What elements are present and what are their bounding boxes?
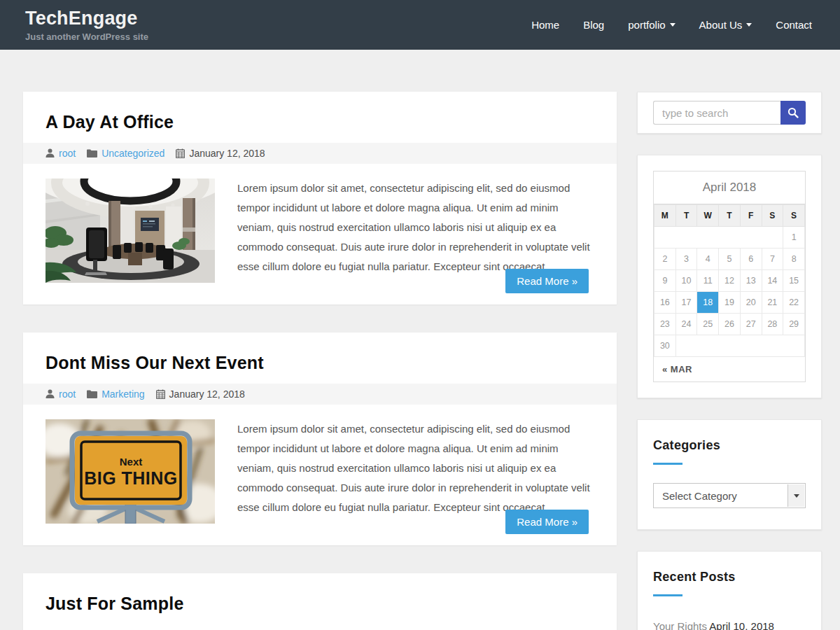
- main-nav: Home Blog portfolio About Us Contact: [507, 19, 812, 31]
- site-tagline: Just another WordPress site: [25, 32, 148, 41]
- calendar-icon: [156, 389, 165, 399]
- calendar-day: 10: [676, 270, 697, 292]
- calendar-day: 3: [676, 248, 697, 270]
- recent-post-date: April 10, 2018: [709, 620, 774, 630]
- author-icon: [46, 389, 55, 399]
- recent-posts-heading: Recent Posts: [653, 570, 806, 584]
- calendar-day: 9: [654, 270, 676, 292]
- page-container: A Day At Office root Uncategorized: [0, 50, 840, 630]
- categories-widget: Categories Select Category: [637, 419, 822, 530]
- caret-down-icon: [746, 23, 752, 27]
- select-arrow-icon: [788, 484, 804, 507]
- calendar-day: 26: [719, 314, 741, 335]
- caret-down-icon: [670, 23, 676, 27]
- calendar-day: 7: [762, 248, 783, 270]
- calendar-day: 29: [783, 314, 805, 335]
- site-brand[interactable]: TechEngage Just another WordPress site: [25, 9, 148, 41]
- read-more-button[interactable]: Read More »: [505, 269, 589, 293]
- author-icon: [46, 148, 55, 158]
- folder-icon: [87, 149, 97, 158]
- calendar-day: 6: [740, 248, 762, 270]
- calendar-day: 2: [654, 248, 676, 270]
- calendar-empty-cell: [676, 335, 804, 357]
- post-excerpt: Lorem ipsum dolor sit amet, consectetur …: [237, 178, 594, 283]
- calendar-footer: « MAR: [654, 357, 805, 382]
- recent-post-item: Your Rights April 10, 2018: [653, 606, 806, 630]
- nav-item-contact[interactable]: Contact: [776, 19, 812, 31]
- post-author-link[interactable]: root: [59, 388, 76, 400]
- post-title[interactable]: Just For Sample: [46, 594, 594, 614]
- heading-accent-bar: [653, 463, 682, 465]
- sidebar: April 2018 M T W T F S S: [637, 92, 822, 630]
- post-title[interactable]: A Day At Office: [46, 112, 594, 132]
- post-date: January 12, 2018: [189, 148, 265, 159]
- recent-post-link[interactable]: Your Rights: [653, 620, 707, 630]
- calendar-day: 27: [740, 314, 762, 335]
- calendar-day: 22: [783, 292, 805, 314]
- post-meta: root Uncategorized January 12, 2018: [23, 143, 617, 164]
- calendar-day: 20: [740, 292, 762, 314]
- calendar-day: 25: [697, 314, 719, 335]
- recent-posts-list: Your Rights April 10, 2018 Conducting Ef…: [653, 606, 806, 630]
- post-card: Just For Sample: [23, 573, 617, 630]
- calendar-day: 16: [654, 292, 676, 314]
- calendar-caption: April 2018: [654, 172, 805, 204]
- svg-text:BIG THING: BIG THING: [84, 468, 178, 488]
- calendar-icon: [176, 148, 185, 158]
- site-title[interactable]: TechEngage: [25, 9, 148, 28]
- nav-item-about-us[interactable]: About Us: [699, 19, 752, 31]
- post-list: A Day At Office root Uncategorized: [23, 92, 617, 630]
- category-select[interactable]: Select Category: [653, 483, 806, 508]
- nav-item-portfolio[interactable]: portfolio: [628, 19, 675, 31]
- recent-posts-widget: Recent Posts Your Rights April 10, 2018 …: [637, 551, 822, 630]
- search-widget: [637, 92, 822, 134]
- post-card: A Day At Office root Uncategorized: [23, 92, 617, 304]
- calendar-widget: April 2018 M T W T F S S: [637, 155, 822, 398]
- featured-image-office[interactable]: [46, 178, 215, 283]
- calendar-table: M T W T F S S 1: [654, 204, 805, 357]
- search-input[interactable]: [653, 101, 780, 125]
- calendar-day: 24: [676, 314, 697, 335]
- calendar-day: 28: [762, 314, 783, 335]
- post-title[interactable]: Dont Miss Our Next Event: [46, 353, 594, 373]
- prev-month-link[interactable]: « MAR: [662, 364, 692, 374]
- featured-image-sign[interactable]: Next BIG THING: [46, 419, 215, 524]
- search-icon: [788, 107, 799, 118]
- calendar-day: 17: [676, 292, 697, 314]
- post-date: January 12, 2018: [169, 388, 245, 400]
- nav-item-blog[interactable]: Blog: [583, 19, 604, 31]
- post-category-link[interactable]: Marketing: [102, 388, 144, 400]
- calendar-day: 1: [783, 227, 805, 248]
- read-more-button[interactable]: Read More »: [505, 510, 589, 534]
- calendar-day: 13: [740, 270, 762, 292]
- calendar-day: 4: [697, 248, 719, 270]
- post-author-link[interactable]: root: [59, 148, 76, 159]
- calendar-day: 19: [719, 292, 741, 314]
- calendar-day: 5: [719, 248, 741, 270]
- calendar-day: 23: [654, 314, 676, 335]
- calendar-day: 15: [783, 270, 805, 292]
- calendar-empty-cell: [654, 227, 783, 248]
- calendar-day: 30: [654, 335, 676, 357]
- post-card: Dont Miss Our Next Event root Marketing: [23, 332, 617, 545]
- categories-heading: Categories: [653, 438, 806, 453]
- calendar-day: 14: [762, 270, 783, 292]
- post-category-link[interactable]: Uncategorized: [102, 148, 164, 159]
- folder-icon: [87, 390, 97, 398]
- search-button[interactable]: [780, 101, 806, 125]
- calendar-day: 21: [762, 292, 783, 314]
- calendar-day: 12: [719, 270, 741, 292]
- nav-item-home[interactable]: Home: [531, 19, 559, 31]
- post-excerpt: Lorem ipsum dolor sit amet, consectetur …: [237, 419, 594, 524]
- calendar-day: 8: [783, 248, 805, 270]
- post-meta: root Marketing January 12, 2018: [23, 384, 617, 405]
- svg-text:Next: Next: [120, 456, 143, 468]
- calendar-day: 11: [697, 270, 719, 292]
- calendar-day-selected[interactable]: 18: [697, 292, 719, 314]
- heading-accent-bar: [653, 594, 682, 596]
- site-header: TechEngage Just another WordPress site H…: [0, 0, 840, 50]
